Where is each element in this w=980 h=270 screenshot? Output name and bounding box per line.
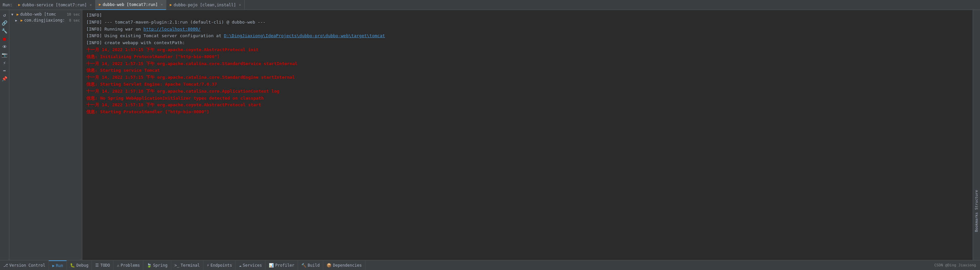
bottom-tab-build[interactable]: 🔨 Build: [298, 260, 323, 270]
services-icon: ☁: [239, 263, 241, 268]
problems-icon: ⚠: [117, 263, 119, 268]
bookmarks-label[interactable]: Bookmarks: [974, 211, 979, 233]
right-sidebar: Structure Bookmarks: [973, 10, 980, 260]
link-localhost[interactable]: http://localhost:8000/: [143, 27, 200, 32]
bottom-tab-label-problems: Problems: [121, 263, 140, 268]
console-line-10: 十一月 14, 2022 1:57:15 下午 org.apache.catal…: [86, 74, 969, 81]
dependencies-icon: 📦: [326, 263, 331, 268]
version-control-icon: ⎇: [3, 263, 8, 268]
console-line-2: [INFO] --- tomcat7-maven-plugin:2.1:run …: [86, 19, 969, 26]
bottom-tab-label-dependencies: Dependencies: [333, 263, 362, 268]
run-icon: ▶: [52, 264, 54, 268]
tree-time-2: 8 sec: [69, 18, 80, 22]
console-line-5: [INFO] create webapp with contextPath:: [86, 40, 969, 46]
tab-icon-1: ▶: [18, 3, 21, 7]
tab-close-3[interactable]: ✕: [239, 3, 241, 6]
tree-run-icon-2: ▶: [21, 18, 23, 22]
bottom-tab-label-debug: Debug: [76, 263, 88, 268]
console-line-15: 信息: Starting ProtocolHandler ["http-bio-…: [86, 109, 969, 115]
bottom-tab-services[interactable]: ☁ Services: [235, 260, 266, 270]
camera-icon[interactable]: 📷: [1, 51, 8, 58]
refresh-icon[interactable]: ↺: [1, 11, 8, 19]
bottom-tab-spring[interactable]: 🍃 Spring: [143, 260, 171, 270]
tree-run-icon-1: ▶: [17, 12, 19, 17]
tab-dubbo-pojo[interactable]: ▶ dubbo-pojo [clean,install] ✕: [166, 0, 245, 10]
tree-label-2: com.dingjiaxiong:: [24, 18, 68, 22]
build-icon: 🔨: [301, 263, 306, 268]
console-line-1: [INFO]: [86, 12, 969, 19]
bottom-tab-profiler[interactable]: 📊 Profiler: [266, 260, 298, 270]
console-area: [INFO] [INFO] --- tomcat7-maven-plugin:2…: [82, 10, 973, 260]
debug-icon: 🐛: [70, 263, 75, 268]
tree-time-1: 10 sec: [67, 12, 80, 17]
bottom-bar: ⎇ Version Control ▶ Run 🐛 Debug ☰ TODO ⚠…: [0, 260, 980, 270]
profiler-icon: 📊: [269, 263, 274, 268]
tree-arrow-1: ▼: [11, 13, 15, 16]
bottom-tab-label-terminal: Terminal: [181, 263, 200, 268]
tab-label-1: dubbo-service [tomcat7:run]: [22, 3, 87, 7]
run-label: Run:: [0, 3, 15, 7]
bottom-tab-run[interactable]: ▶ Run: [49, 260, 67, 270]
terminal-icon: >_: [175, 263, 179, 268]
link-tomcat-path[interactable]: D:\DingJiaxiong\IdeaProjects\dubbo-pro\d…: [224, 33, 385, 38]
tab-icon-2: ▶: [99, 2, 101, 6]
bottom-tab-label-vc: Version Control: [9, 263, 45, 268]
console-line-12: 十一月 14, 2022 1:57:18 下午 org.apache.catal…: [86, 88, 969, 95]
arrow-icon[interactable]: ➡: [1, 67, 8, 74]
todo-icon: ☰: [95, 263, 99, 268]
bottom-tab-problems[interactable]: ⚠ Problems: [113, 260, 143, 270]
bottom-tab-version-control[interactable]: ⎇ Version Control: [0, 260, 49, 270]
eye-icon[interactable]: 👁: [1, 43, 8, 51]
pin-icon[interactable]: 📌: [1, 75, 8, 82]
tab-bar: Run: ▶ dubbo-service [tomcat7:run] ✕ ▶ d…: [0, 0, 980, 10]
console-line-11: 信息: Starting Servlet Engine: Apache Tomc…: [86, 81, 969, 88]
tab-dubbo-service[interactable]: ▶ dubbo-service [tomcat7:run] ✕: [15, 0, 95, 10]
tree-item-dubbo-web[interactable]: ▼ ▶ dubbo-web [tomc 10 sec: [9, 11, 82, 17]
bottom-tab-todo[interactable]: ☰ TODO: [92, 260, 113, 270]
lightning-icon[interactable]: ⚡: [1, 59, 8, 66]
tree-item-com-dingjiaxiong[interactable]: ▶ ▶ com.dingjiaxiong: 8 sec: [9, 17, 82, 23]
tab-label-2: dubbo-web [tomcat7:run]: [103, 2, 158, 7]
bottom-tab-label-build: Build: [308, 263, 320, 268]
tree-label-1: dubbo-web [tomc: [20, 12, 66, 17]
bottom-tab-terminal[interactable]: >_ Terminal: [171, 260, 204, 270]
spring-icon: 🍃: [147, 263, 152, 268]
bottom-tab-endpoints[interactable]: ⚡ Endpoints: [204, 260, 235, 270]
tab-dubbo-web[interactable]: ▶ dubbo-web [tomcat7:run] ✕: [95, 0, 167, 10]
console-line-8: 十一月 14, 2022 1:57:15 下午 org.apache.catal…: [86, 61, 969, 67]
settings-icon[interactable]: 🔧: [1, 27, 8, 35]
console-line-14: 十一月 14, 2022 1:57:18 下午 org.apache.coyot…: [86, 102, 969, 109]
tab-label-3: dubbo-pojo [clean,install]: [173, 3, 236, 7]
endpoints-icon: ⚡: [207, 263, 209, 268]
bottom-tab-label-profiler: Profiler: [275, 263, 294, 268]
tree-arrow-2: ▶: [15, 19, 19, 22]
structure-label[interactable]: Structure: [974, 189, 979, 211]
bottom-tab-label-run: Run: [56, 264, 64, 268]
tab-close-2[interactable]: ✕: [161, 3, 162, 6]
main-area: ↺ 🔗 🔧 ■ 👁 📷 ⚡ ➡ 📌 ▼ ▶ dubbo-web [tomc 10…: [0, 10, 980, 260]
run-panel-left: ▼ ▶ dubbo-web [tomc 10 sec ▶ ▶ com.dingj…: [9, 10, 82, 260]
left-sidebar: ↺ 🔗 🔧 ■ 👁 📷 ⚡ ➡ 📌: [0, 10, 9, 260]
link-icon[interactable]: 🔗: [1, 19, 8, 27]
bottom-right-label: CSDN @Ding Jiaxiong: [934, 263, 980, 267]
console-line-9: 信息: Starting service Tomcat: [86, 67, 969, 74]
console-line-4: [INFO] Using existing Tomcat server conf…: [86, 32, 969, 40]
tab-close-1[interactable]: ✕: [90, 3, 92, 6]
tab-icon-3: ▶: [170, 3, 172, 7]
bottom-tab-label-endpoints: Endpoints: [210, 263, 232, 268]
console-line-7: 信息: Initializing ProtocolHandler ["http-…: [86, 53, 969, 61]
console-line-3: [INFO] Running war on http://localhost:8…: [86, 26, 969, 33]
stop-icon[interactable]: ■: [1, 35, 8, 43]
bottom-tab-label-spring: Spring: [153, 263, 167, 268]
console-line-6: 十一月 14, 2022 1:57:15 下午 org.apache.coyot…: [86, 46, 969, 53]
bottom-tab-debug[interactable]: 🐛 Debug: [67, 260, 92, 270]
bottom-tab-dependencies[interactable]: 📦 Dependencies: [323, 260, 365, 270]
bottom-tab-label-todo: TODO: [100, 263, 110, 268]
bottom-tab-label-services: Services: [243, 263, 262, 268]
console-line-13: 信息: No Spring WebApplicationInitializer …: [86, 95, 969, 102]
